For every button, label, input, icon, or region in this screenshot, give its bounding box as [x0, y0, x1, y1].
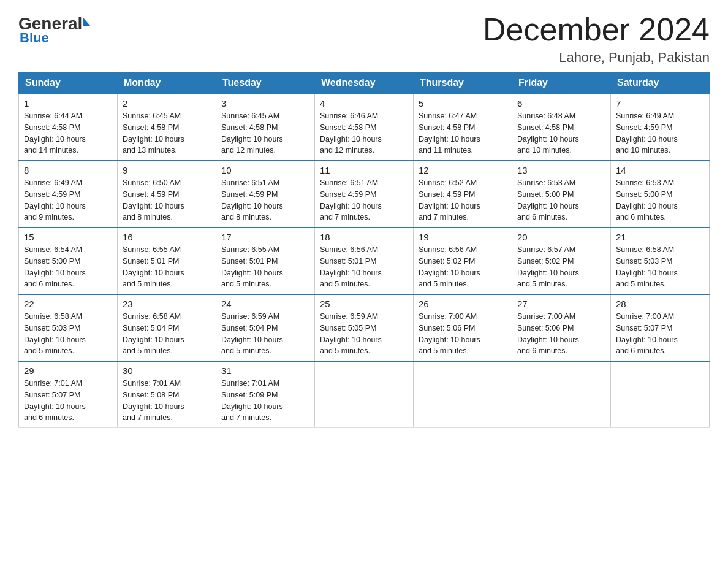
calendar-cell: 7Sunrise: 6:49 AMSunset: 4:59 PMDaylight…	[611, 94, 710, 161]
day-number: 30	[123, 366, 211, 376]
calendar-cell: 13Sunrise: 6:53 AMSunset: 5:00 PMDayligh…	[512, 161, 611, 228]
day-info: Sunrise: 6:52 AMSunset: 4:59 PMDaylight:…	[419, 177, 507, 223]
calendar-cell: 11Sunrise: 6:51 AMSunset: 4:59 PMDayligh…	[315, 161, 414, 228]
day-info: Sunrise: 6:45 AMSunset: 4:58 PMDaylight:…	[123, 110, 211, 156]
calendar-cell	[414, 361, 512, 428]
logo-blue-text: Blue	[18, 30, 49, 46]
calendar-cell: 10Sunrise: 6:51 AMSunset: 4:59 PMDayligh…	[216, 161, 315, 228]
weekday-header-wednesday: Wednesday	[315, 72, 414, 94]
calendar-cell: 21Sunrise: 6:58 AMSunset: 5:03 PMDayligh…	[611, 228, 710, 294]
day-number: 9	[123, 165, 211, 175]
day-info: Sunrise: 7:00 AMSunset: 5:07 PMDaylight:…	[616, 311, 704, 357]
day-info: Sunrise: 7:01 AMSunset: 5:08 PMDaylight:…	[123, 378, 211, 424]
day-number: 27	[517, 299, 605, 309]
day-info: Sunrise: 6:58 AMSunset: 5:04 PMDaylight:…	[123, 311, 211, 357]
week-row-2: 8Sunrise: 6:49 AMSunset: 4:59 PMDaylight…	[19, 161, 710, 228]
calendar-table: SundayMondayTuesdayWednesdayThursdayFrid…	[18, 72, 710, 428]
logo-triangle-icon	[83, 18, 91, 26]
calendar-cell: 8Sunrise: 6:49 AMSunset: 4:59 PMDaylight…	[19, 161, 118, 228]
day-info: Sunrise: 6:47 AMSunset: 4:58 PMDaylight:…	[419, 110, 507, 156]
day-number: 28	[616, 299, 704, 309]
calendar-cell: 27Sunrise: 7:00 AMSunset: 5:06 PMDayligh…	[512, 294, 611, 361]
calendar-cell: 23Sunrise: 6:58 AMSunset: 5:04 PMDayligh…	[118, 294, 216, 361]
day-number: 31	[221, 366, 309, 376]
day-info: Sunrise: 6:58 AMSunset: 5:03 PMDaylight:…	[616, 244, 704, 290]
day-info: Sunrise: 6:49 AMSunset: 4:59 PMDaylight:…	[616, 110, 704, 156]
day-number: 1	[24, 98, 112, 109]
day-number: 14	[616, 165, 704, 175]
calendar-cell: 2Sunrise: 6:45 AMSunset: 4:58 PMDaylight…	[118, 94, 216, 161]
day-info: Sunrise: 6:55 AMSunset: 5:01 PMDaylight:…	[221, 244, 309, 290]
weekday-header-thursday: Thursday	[414, 72, 512, 94]
day-number: 20	[517, 232, 605, 242]
calendar-subtitle: Lahore, Punjab, Pakistan	[483, 50, 710, 66]
calendar-cell: 14Sunrise: 6:53 AMSunset: 5:00 PMDayligh…	[611, 161, 710, 228]
day-info: Sunrise: 6:58 AMSunset: 5:03 PMDaylight:…	[24, 311, 112, 357]
calendar-cell: 28Sunrise: 7:00 AMSunset: 5:07 PMDayligh…	[611, 294, 710, 361]
day-info: Sunrise: 6:59 AMSunset: 5:05 PMDaylight:…	[320, 311, 408, 357]
day-info: Sunrise: 6:46 AMSunset: 4:58 PMDaylight:…	[320, 110, 408, 156]
day-info: Sunrise: 6:51 AMSunset: 4:59 PMDaylight:…	[221, 177, 309, 223]
title-area: December 2024 Lahore, Punjab, Pakistan	[483, 12, 710, 66]
day-info: Sunrise: 6:49 AMSunset: 4:59 PMDaylight:…	[24, 177, 112, 223]
calendar-cell: 26Sunrise: 7:00 AMSunset: 5:06 PMDayligh…	[414, 294, 512, 361]
day-number: 24	[221, 299, 309, 309]
day-number: 26	[419, 299, 507, 309]
weekday-header-row: SundayMondayTuesdayWednesdayThursdayFrid…	[19, 72, 710, 94]
week-row-5: 29Sunrise: 7:01 AMSunset: 5:07 PMDayligh…	[19, 361, 710, 428]
day-info: Sunrise: 6:57 AMSunset: 5:02 PMDaylight:…	[517, 244, 605, 290]
calendar-cell: 30Sunrise: 7:01 AMSunset: 5:08 PMDayligh…	[118, 361, 216, 428]
day-info: Sunrise: 7:01 AMSunset: 5:09 PMDaylight:…	[221, 378, 309, 424]
day-number: 15	[24, 232, 112, 242]
page-header: General Blue December 2024 Lahore, Punja…	[18, 12, 710, 66]
day-number: 10	[221, 165, 309, 175]
day-number: 19	[419, 232, 507, 242]
calendar-cell: 24Sunrise: 6:59 AMSunset: 5:04 PMDayligh…	[216, 294, 315, 361]
calendar-cell: 12Sunrise: 6:52 AMSunset: 4:59 PMDayligh…	[414, 161, 512, 228]
day-number: 2	[123, 98, 211, 109]
day-info: Sunrise: 6:59 AMSunset: 5:04 PMDaylight:…	[221, 311, 309, 357]
day-info: Sunrise: 6:48 AMSunset: 4:58 PMDaylight:…	[517, 110, 605, 156]
calendar-cell: 1Sunrise: 6:44 AMSunset: 4:58 PMDaylight…	[19, 94, 118, 161]
week-row-3: 15Sunrise: 6:54 AMSunset: 5:00 PMDayligh…	[19, 228, 710, 294]
day-info: Sunrise: 6:51 AMSunset: 4:59 PMDaylight:…	[320, 177, 408, 223]
calendar-cell: 17Sunrise: 6:55 AMSunset: 5:01 PMDayligh…	[216, 228, 315, 294]
calendar-cell: 22Sunrise: 6:58 AMSunset: 5:03 PMDayligh…	[19, 294, 118, 361]
weekday-header-sunday: Sunday	[19, 72, 118, 94]
calendar-cell: 31Sunrise: 7:01 AMSunset: 5:09 PMDayligh…	[216, 361, 315, 428]
day-number: 23	[123, 299, 211, 309]
weekday-header-friday: Friday	[512, 72, 611, 94]
day-number: 22	[24, 299, 112, 309]
calendar-title: December 2024	[483, 12, 710, 47]
day-info: Sunrise: 6:53 AMSunset: 5:00 PMDaylight:…	[517, 177, 605, 223]
day-number: 18	[320, 232, 408, 242]
day-number: 25	[320, 299, 408, 309]
calendar-cell: 20Sunrise: 6:57 AMSunset: 5:02 PMDayligh…	[512, 228, 611, 294]
day-number: 17	[221, 232, 309, 242]
calendar-cell: 9Sunrise: 6:50 AMSunset: 4:59 PMDaylight…	[118, 161, 216, 228]
day-number: 7	[616, 98, 704, 109]
calendar-cell	[512, 361, 611, 428]
day-number: 13	[517, 165, 605, 175]
day-number: 4	[320, 98, 408, 109]
day-info: Sunrise: 7:00 AMSunset: 5:06 PMDaylight:…	[517, 311, 605, 357]
logo: General Blue	[18, 12, 91, 46]
day-number: 6	[517, 98, 605, 109]
calendar-cell: 4Sunrise: 6:46 AMSunset: 4:58 PMDaylight…	[315, 94, 414, 161]
calendar-cell: 18Sunrise: 6:56 AMSunset: 5:01 PMDayligh…	[315, 228, 414, 294]
weekday-header-saturday: Saturday	[611, 72, 710, 94]
day-number: 21	[616, 232, 704, 242]
day-info: Sunrise: 7:00 AMSunset: 5:06 PMDaylight:…	[419, 311, 507, 357]
calendar-cell: 5Sunrise: 6:47 AMSunset: 4:58 PMDaylight…	[414, 94, 512, 161]
day-info: Sunrise: 6:56 AMSunset: 5:01 PMDaylight:…	[320, 244, 408, 290]
day-info: Sunrise: 7:01 AMSunset: 5:07 PMDaylight:…	[24, 378, 112, 424]
day-info: Sunrise: 6:45 AMSunset: 4:58 PMDaylight:…	[221, 110, 309, 156]
day-number: 8	[24, 165, 112, 175]
day-number: 3	[221, 98, 309, 109]
day-info: Sunrise: 6:53 AMSunset: 5:00 PMDaylight:…	[616, 177, 704, 223]
calendar-cell: 3Sunrise: 6:45 AMSunset: 4:58 PMDaylight…	[216, 94, 315, 161]
calendar-cell: 29Sunrise: 7:01 AMSunset: 5:07 PMDayligh…	[19, 361, 118, 428]
calendar-cell: 25Sunrise: 6:59 AMSunset: 5:05 PMDayligh…	[315, 294, 414, 361]
week-row-4: 22Sunrise: 6:58 AMSunset: 5:03 PMDayligh…	[19, 294, 710, 361]
day-info: Sunrise: 6:56 AMSunset: 5:02 PMDaylight:…	[419, 244, 507, 290]
